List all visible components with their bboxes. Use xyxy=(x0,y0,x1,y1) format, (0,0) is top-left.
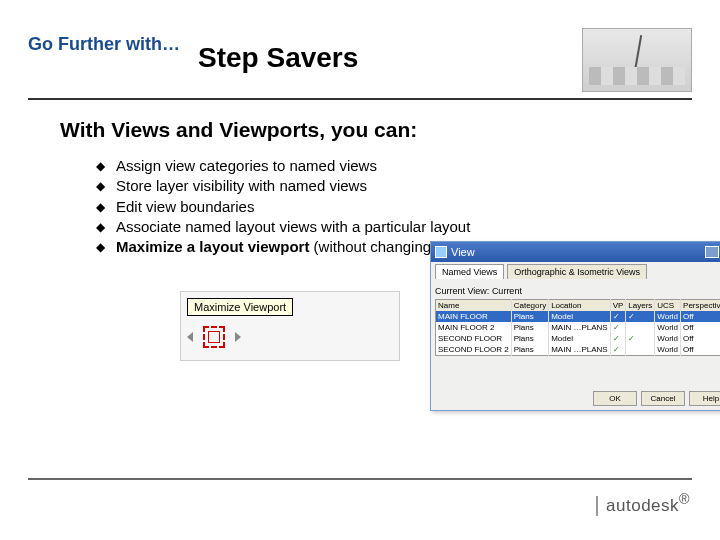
help-window-button[interactable] xyxy=(705,246,719,258)
col-ucs[interactable]: UCS xyxy=(655,300,681,312)
footer-divider xyxy=(28,478,692,480)
tab-ortho-iso[interactable]: Orthographic & Isometric Views xyxy=(507,264,647,279)
table-row[interactable]: MAIN FLOORPlansModel✓✓WorldOff xyxy=(436,311,721,322)
table-row[interactable]: SECOND FLOOR 2PlansMAIN …PLANS✓WorldOff xyxy=(436,344,721,356)
table-header-row: Name Category Location VP Layers UCS Per… xyxy=(436,300,721,312)
section-heading: With Views and Viewports, you can: xyxy=(60,118,692,142)
col-vp[interactable]: VP xyxy=(610,300,626,312)
list-item: Edit view boundaries xyxy=(96,197,692,217)
maximize-viewport-icon[interactable] xyxy=(203,326,225,348)
dialog-icon xyxy=(435,246,447,258)
ok-button[interactable]: OK xyxy=(593,391,637,406)
views-table: Name Category Location VP Layers UCS Per… xyxy=(435,299,720,356)
decorative-photo xyxy=(582,28,692,92)
table-row[interactable]: MAIN FLOOR 2PlansMAIN …PLANS✓WorldOff xyxy=(436,322,721,333)
col-category[interactable]: Category xyxy=(511,300,548,312)
cancel-button[interactable]: Cancel xyxy=(641,391,685,406)
kicker-text: Go Further with… xyxy=(28,34,180,55)
col-location[interactable]: Location xyxy=(549,300,610,312)
current-view-value: Current xyxy=(492,286,522,296)
table-row[interactable]: SECOND FLOORPlansModel✓✓WorldOff xyxy=(436,333,721,344)
col-perspective[interactable]: Perspective xyxy=(681,300,720,312)
logo-tick-icon xyxy=(596,496,598,516)
tooltip-label: Maximize Viewport xyxy=(187,298,293,316)
list-item: Associate named layout views with a part… xyxy=(96,217,692,237)
col-name[interactable]: Name xyxy=(436,300,512,312)
viewport-toolbar-mock: Maximize Viewport xyxy=(180,291,400,361)
brand-logo: autodesk® xyxy=(596,491,690,516)
list-item: Assign view categories to named views xyxy=(96,156,692,176)
col-layers[interactable]: Layers xyxy=(626,300,655,312)
dialog-title: View xyxy=(451,246,475,258)
help-button[interactable]: Help xyxy=(689,391,720,406)
list-item-bold: Maximize a layout viewport xyxy=(116,238,309,255)
view-dialog: View Named Views Orthographic & Isometri… xyxy=(430,241,720,411)
dialog-titlebar: View xyxy=(431,242,720,262)
list-item: Store layer visibility with named views xyxy=(96,176,692,196)
page-title: Step Savers xyxy=(198,42,358,74)
current-view-label: Current View: xyxy=(435,286,489,296)
arrow-left-icon xyxy=(187,332,193,342)
tab-named-views[interactable]: Named Views xyxy=(435,264,504,279)
arrow-right-icon xyxy=(235,332,241,342)
